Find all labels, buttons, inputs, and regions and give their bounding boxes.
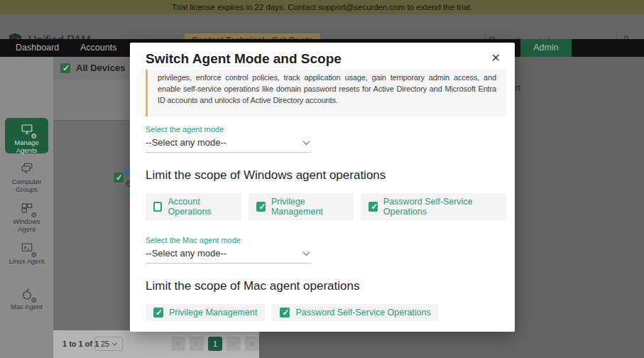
pager-first-button[interactable]: « xyxy=(171,337,185,351)
gear-icon: ⚙ xyxy=(31,297,38,304)
tab-admin[interactable]: Admin xyxy=(520,39,572,57)
pager: « ‹ 1 › » xyxy=(171,337,259,351)
scope-option-account-operations[interactable]: Account Operations xyxy=(146,193,241,220)
modal-title: Switch Agent Mode and Scope xyxy=(146,51,342,67)
scope-option-privilege-management[interactable]: Privilege Management xyxy=(249,193,354,220)
pagination-range: 1 to 1 of 1 xyxy=(62,340,99,348)
mac-scope-options: Privilege Management Password Self-Servi… xyxy=(146,304,506,321)
mac-agent-mode-value: --Select any mode-- xyxy=(146,248,227,259)
mac-agent-mode-label: Select the Mac agent mode xyxy=(146,236,506,244)
scope-option-password-self-service[interactable]: Password Self-Service Operations xyxy=(361,193,506,220)
all-devices-filter[interactable]: All Devices xyxy=(60,63,136,73)
pager-prev-button[interactable]: ‹ xyxy=(190,337,204,351)
checkbox-icon[interactable] xyxy=(153,308,163,318)
all-devices-checkbox-icon[interactable] xyxy=(60,63,70,73)
scope-option-password-self-service-mac[interactable]: Password Self-Service Operations xyxy=(272,304,438,321)
tab-accounts[interactable]: Accounts xyxy=(80,39,116,57)
mac-agent-icon: ⚙ xyxy=(19,287,35,301)
scope-option-label: Password Self-Service Operations xyxy=(383,197,498,217)
sidebar-item-label: Computer Groups xyxy=(0,178,53,193)
agent-mode-label: Select the agent mode xyxy=(146,125,506,134)
agent-mode-value: --Select any mode-- xyxy=(146,137,227,148)
sidebar-item-label: Windows Agent xyxy=(0,217,53,233)
checkbox-icon[interactable] xyxy=(369,202,378,212)
chevron-down-icon xyxy=(303,138,310,145)
checkbox-icon[interactable] xyxy=(280,308,290,318)
sidebar-item-mac-agent[interactable]: ⚙ Mac Agent xyxy=(0,287,53,310)
sidebar-item-computer-groups[interactable]: Computer Groups xyxy=(0,162,53,193)
close-icon[interactable]: ✕ xyxy=(491,53,501,64)
tab-dashboard[interactable]: Dashboard xyxy=(16,39,59,57)
sidebar-item-label: Mac Agent xyxy=(0,303,53,310)
app-header: Unified PAM Contact Technical Support Ge… xyxy=(0,14,644,39)
linux-agent-icon: ⚙ xyxy=(19,242,35,256)
scope-option-label: Password Self-Service Operations xyxy=(295,308,430,318)
pager-page-1-button[interactable]: 1 xyxy=(208,337,222,351)
pager-last-button[interactable]: » xyxy=(245,337,259,351)
computer-groups-icon xyxy=(19,162,35,176)
windows-agent-icon: ⚙ xyxy=(19,202,35,216)
page-size-value: 25 xyxy=(101,340,109,348)
scope-option-label: Privilege Management xyxy=(169,308,257,318)
gear-icon: ⚙ xyxy=(31,212,38,219)
windows-scope-heading: Limit the scope of Windows agent operati… xyxy=(146,168,506,183)
agent-mode-select[interactable]: --Select any mode-- xyxy=(146,134,311,153)
scope-option-label: Account Operations xyxy=(168,197,234,217)
background-button-text-partial[interactable]: rt xyxy=(515,83,520,93)
trial-banner: Trial license expires in 22 days. Contac… xyxy=(0,0,644,14)
scope-option-privilege-management-mac[interactable]: Privilege Management xyxy=(146,304,265,321)
info-note: privileges, enforce control policies, tr… xyxy=(146,70,506,116)
mac-agent-mode-select[interactable]: --Select any mode-- xyxy=(146,244,311,264)
page-size-chevron-icon xyxy=(112,340,117,345)
pager-next-button[interactable]: › xyxy=(227,337,241,351)
modal-body: privileges, enforce control policies, tr… xyxy=(130,70,515,332)
gear-icon: ⚙ xyxy=(31,251,38,259)
sidebar-item-manage-agents[interactable]: ⚙ Manage Agents xyxy=(5,118,48,153)
sidebar-item-label: Linux Agent xyxy=(0,257,53,265)
manage-agents-icon: ⚙ xyxy=(19,123,35,137)
scope-option-label: Privilege Management xyxy=(271,197,346,217)
left-sidebar: ⚙ Manage Agents Computer Groups ⚙ Window… xyxy=(0,57,53,358)
mac-scope-heading: Limit the scope of Mac agent operations xyxy=(146,279,506,293)
chevron-down-icon xyxy=(303,249,310,256)
page-size-select[interactable]: 25 xyxy=(94,337,123,351)
sidebar-item-linux-agent[interactable]: ⚙ Linux Agent xyxy=(0,242,53,265)
checkbox-icon[interactable] xyxy=(256,202,265,212)
all-devices-label: All Devices xyxy=(76,63,125,73)
gear-icon: ⚙ xyxy=(31,133,38,140)
sidebar-item-label: Manage Agents xyxy=(5,139,48,154)
checkbox-icon[interactable] xyxy=(153,202,162,212)
windows-scope-options: Account Operations Privilege Management … xyxy=(146,193,506,220)
sidebar-item-windows-agent[interactable]: ⚙ Windows Agent xyxy=(0,202,53,233)
device-checkbox-icon[interactable] xyxy=(114,173,124,183)
switch-agent-mode-modal: Switch Agent Mode and Scope ✕ privileges… xyxy=(130,43,515,332)
pagination-bar: 1 to 1 of 1 25 « ‹ 1 › » xyxy=(53,330,259,358)
